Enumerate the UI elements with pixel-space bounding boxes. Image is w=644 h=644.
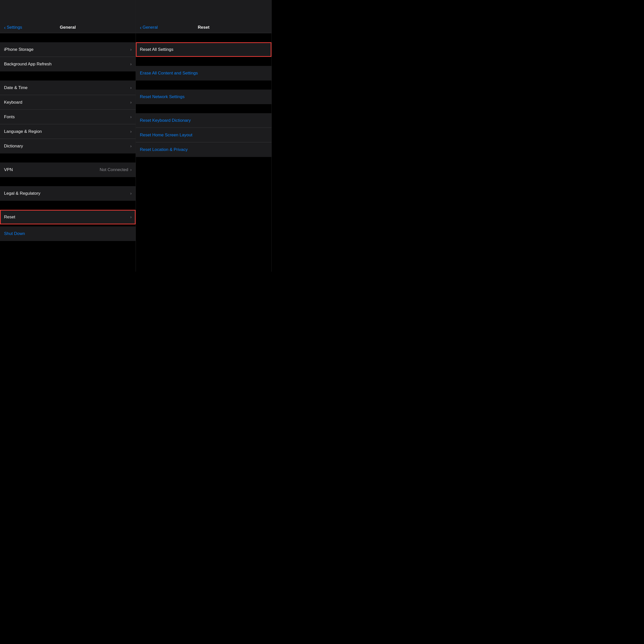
- shut-down-row[interactable]: Shut Down: [0, 226, 136, 241]
- date-time-row[interactable]: Date & Time ›: [0, 81, 136, 95]
- iphone-storage-label: iPhone Storage: [4, 47, 33, 52]
- nav-header-left: ‹ Settings General: [0, 11, 136, 33]
- nav-header-right: ‹ General Reset: [136, 11, 271, 33]
- background-app-refresh-row[interactable]: Background App Refresh ›: [0, 57, 136, 71]
- r-section-1: Reset All Settings: [136, 42, 271, 57]
- gap-1: [0, 33, 136, 42]
- back-button-left[interactable]: ‹ Settings: [4, 25, 22, 30]
- reset-keyboard-dictionary-label: Reset Keyboard Dictionary: [140, 118, 191, 123]
- right-panel: ‹ General Reset Reset All Settings Erase…: [136, 0, 272, 272]
- reset-keyboard-dictionary-row[interactable]: Reset Keyboard Dictionary: [136, 113, 271, 128]
- section-4: Legal & Regulatory ›: [0, 186, 136, 201]
- dictionary-row[interactable]: Dictionary ›: [0, 139, 136, 153]
- back-arrow-icon-left: ‹: [4, 25, 6, 30]
- vpn-label: VPN: [4, 167, 13, 172]
- reset-row[interactable]: Reset ›: [0, 210, 136, 224]
- reset-all-settings-label: Reset All Settings: [140, 47, 173, 52]
- r-section-4: Reset Keyboard Dictionary Reset Home Scr…: [136, 113, 271, 157]
- legal-regulatory-chevron: ›: [130, 191, 132, 196]
- status-bar-right: [136, 0, 271, 11]
- iphone-storage-row[interactable]: iPhone Storage ›: [0, 42, 136, 57]
- reset-home-screen-label: Reset Home Screen Layout: [140, 133, 192, 138]
- section-5: Reset ›: [0, 210, 136, 224]
- language-region-label: Language & Region: [4, 129, 42, 134]
- section-3: VPN Not Connected ›: [0, 163, 136, 177]
- back-label-right: General: [143, 25, 158, 30]
- fonts-label: Fonts: [4, 114, 15, 119]
- iphone-storage-chevron: ›: [130, 47, 132, 52]
- background-app-refresh-chevron: ›: [130, 62, 132, 66]
- page-title-left: General: [60, 25, 76, 30]
- reset-network-row[interactable]: Reset Network Settings: [136, 90, 271, 104]
- shutdown-section: Shut Down: [0, 226, 136, 241]
- shut-down-label: Shut Down: [4, 231, 25, 236]
- content-left: iPhone Storage › Background App Refresh …: [0, 33, 136, 272]
- erase-all-row[interactable]: Erase All Content and Settings: [136, 66, 271, 81]
- dictionary-label: Dictionary: [4, 144, 23, 149]
- keyboard-label: Keyboard: [4, 100, 22, 105]
- vpn-chevron: ›: [130, 168, 132, 172]
- reset-label: Reset: [4, 215, 15, 220]
- legal-regulatory-label: Legal & Regulatory: [4, 191, 41, 196]
- gap-6: [0, 224, 136, 226]
- r-gap-4: [136, 104, 271, 113]
- r-gap-2: [136, 57, 271, 66]
- left-panel: ‹ Settings General iPhone Storage › Back…: [0, 0, 136, 272]
- r-section-3: Reset Network Settings: [136, 90, 271, 104]
- back-label-left: Settings: [7, 25, 22, 30]
- reset-chevron: ›: [130, 215, 132, 219]
- reset-home-screen-row[interactable]: Reset Home Screen Layout: [136, 128, 271, 142]
- vpn-value: Not Connected: [100, 167, 128, 172]
- vpn-row[interactable]: VPN Not Connected ›: [0, 163, 136, 177]
- page-title-right: Reset: [198, 25, 209, 30]
- gap-4: [0, 177, 136, 186]
- status-bar-left: [0, 0, 136, 11]
- dictionary-chevron: ›: [130, 144, 132, 148]
- r-section-2: Erase All Content and Settings: [136, 66, 271, 81]
- keyboard-row[interactable]: Keyboard ›: [0, 95, 136, 110]
- content-right: Reset All Settings Erase All Content and…: [136, 33, 271, 272]
- date-time-chevron: ›: [130, 86, 132, 90]
- background-app-refresh-label: Background App Refresh: [4, 62, 52, 67]
- section-2: Date & Time › Keyboard › Fonts › Languag…: [0, 81, 136, 153]
- reset-location-privacy-label: Reset Location & Privacy: [140, 147, 188, 152]
- back-arrow-icon-right: ‹: [140, 25, 142, 30]
- r-gap-3: [136, 81, 271, 90]
- gap-5: [0, 201, 136, 210]
- reset-all-settings-row[interactable]: Reset All Settings: [136, 42, 271, 57]
- back-button-right[interactable]: ‹ General: [140, 25, 158, 30]
- date-time-label: Date & Time: [4, 85, 28, 90]
- language-region-chevron: ›: [130, 129, 132, 134]
- r-gap-1: [136, 33, 271, 42]
- legal-regulatory-row[interactable]: Legal & Regulatory ›: [0, 186, 136, 201]
- gap-3: [0, 153, 136, 163]
- fonts-chevron: ›: [130, 115, 132, 119]
- reset-network-label: Reset Network Settings: [140, 94, 185, 99]
- reset-location-privacy-row[interactable]: Reset Location & Privacy: [136, 142, 271, 157]
- keyboard-chevron: ›: [130, 100, 132, 105]
- language-region-row[interactable]: Language & Region ›: [0, 124, 136, 139]
- fonts-row[interactable]: Fonts ›: [0, 110, 136, 124]
- section-1: iPhone Storage › Background App Refresh …: [0, 42, 136, 71]
- erase-all-label: Erase All Content and Settings: [140, 71, 198, 76]
- gap-2: [0, 71, 136, 81]
